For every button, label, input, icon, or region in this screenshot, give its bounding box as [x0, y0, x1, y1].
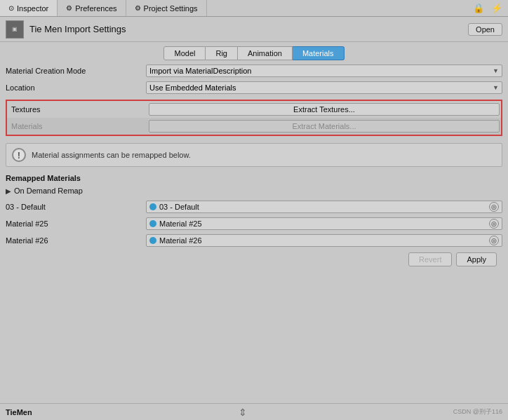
material-circle-btn-1[interactable]: ◎ [489, 219, 499, 229]
header-row: ▣ Tie Men Import Settings Open [0, 17, 508, 42]
material-circle-btn-2[interactable]: ◎ [489, 236, 499, 245]
preferences-icon: ⚙ [66, 4, 72, 12]
location-dropdown[interactable]: Use Embedded Materials ▼ [146, 81, 502, 94]
material-row-0: 03 - Default 03 - Default ◎ [6, 199, 502, 215]
material-creation-mode-control: Import via MaterialDescription ▼ [146, 65, 502, 77]
material-value-text-2: Material #26 [159, 236, 486, 245]
info-icon: ! [12, 148, 26, 162]
content-area: Material Creation Mode Import via Materi… [0, 63, 508, 403]
asset-title: Tie Men Import Settings [29, 24, 468, 34]
revert-button[interactable]: Revert [408, 252, 452, 266]
material-circle-btn-0[interactable]: ◎ [489, 202, 499, 212]
location-row: Location Use Embedded Materials ▼ [6, 80, 502, 95]
material-creation-mode-label: Material Creation Mode [6, 67, 146, 75]
on-demand-remap-row: ▶ On Demand Remap [6, 184, 502, 198]
tab-project-settings-label: Project Settings [144, 4, 198, 13]
material-dot-icon-1 [149, 220, 156, 227]
asset-thumbnail: ▣ [6, 20, 24, 39]
location-value: Use Embedded Materials [149, 83, 236, 92]
tab-bar: ⊙ Inspector ⚙ Preferences ⚙ Project Sett… [0, 0, 508, 17]
material-value-field-1[interactable]: Material #25 ◎ [146, 217, 502, 230]
tab-animation[interactable]: Animation [238, 46, 293, 60]
material-row-1: Material #25 Material #25 ◎ [6, 216, 502, 231]
tab-project-settings[interactable]: ⚙ Project Settings [126, 0, 207, 16]
material-value-field-2[interactable]: Material #26 ◎ [146, 234, 502, 247]
sliders-icon-btn[interactable]: ⚡ [490, 3, 504, 13]
material-key-0: 03 - Default [6, 203, 146, 211]
info-message: Material assignments can be remapped bel… [32, 151, 191, 159]
footer-watermark: CSDN @刑子116 [453, 407, 502, 416]
material-creation-mode-arrow: ▼ [493, 67, 499, 74]
extract-section: Textures Extract Textures... Materials E… [6, 100, 502, 136]
material-key-1: Material #25 [6, 219, 146, 228]
location-arrow: ▼ [493, 84, 499, 91]
material-value-field-0[interactable]: 03 - Default ◎ [146, 201, 502, 213]
footer-center: ⇕ [239, 407, 247, 418]
tab-preferences-label: Preferences [75, 4, 116, 13]
material-dot-icon-0 [149, 203, 156, 210]
project-settings-icon: ⚙ [135, 4, 141, 12]
textures-label: Textures [8, 105, 149, 114]
location-control: Use Embedded Materials ▼ [146, 81, 502, 94]
material-row-2: Material #26 Material #26 ◎ [6, 233, 502, 248]
bottom-bar: Revert Apply [6, 250, 502, 269]
footer: TieMen ⇕ CSDN @刑子116 [0, 403, 508, 420]
footer-label: TieMen [6, 408, 32, 416]
inspector-icon: ⊙ [8, 4, 14, 12]
material-creation-mode-row: Material Creation Mode Import via Materi… [6, 63, 502, 79]
material-value-text-0: 03 - Default [159, 203, 486, 211]
open-button[interactable]: Open [468, 23, 502, 36]
extract-materials-label: Materials [8, 122, 149, 130]
extract-textures-button[interactable]: Extract Textures... [149, 103, 500, 116]
info-box: ! Material assignments can be remapped b… [6, 143, 502, 167]
tab-bar-actions: 🔒 ⚡ [472, 3, 508, 13]
tab-inspector-label: Inspector [17, 4, 48, 13]
on-demand-label: On Demand Remap [14, 187, 83, 195]
extract-materials-button[interactable]: Extract Materials... [149, 120, 500, 133]
material-creation-mode-value: Import via MaterialDescription [149, 67, 252, 75]
triangle-icon: ▶ [6, 187, 11, 195]
location-label: Location [6, 83, 146, 92]
material-creation-mode-dropdown[interactable]: Import via MaterialDescription ▼ [146, 65, 502, 77]
tab-rig[interactable]: Rig [206, 46, 238, 60]
tab-preferences[interactable]: ⚙ Preferences [58, 0, 126, 16]
remapped-materials-title: Remapped Materials [6, 174, 502, 182]
material-dot-icon-2 [149, 237, 156, 244]
textures-row: Textures Extract Textures... [7, 101, 501, 118]
tab-model[interactable]: Model [163, 46, 206, 60]
tab-materials[interactable]: Materials [293, 46, 345, 60]
tab-inspector[interactable]: ⊙ Inspector [0, 0, 58, 16]
inner-tabs: Model Rig Animation Materials [0, 42, 508, 63]
extract-materials-row: Materials Extract Materials... [7, 118, 501, 135]
resize-handle[interactable]: ⇕ [239, 407, 247, 418]
material-key-2: Material #26 [6, 236, 146, 245]
material-value-text-1: Material #25 [159, 219, 486, 228]
lock-icon-btn[interactable]: 🔒 [472, 3, 486, 13]
apply-button[interactable]: Apply [456, 252, 497, 266]
